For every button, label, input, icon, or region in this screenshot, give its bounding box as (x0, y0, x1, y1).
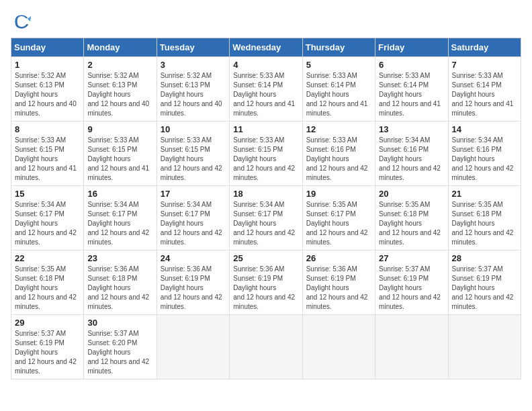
calendar-day-cell: 19 Sunrise: 5:35 AMSunset: 6:17 PMDaylig… (302, 186, 375, 250)
calendar-day-cell: 24 Sunrise: 5:36 AMSunset: 6:19 PMDaylig… (157, 250, 229, 315)
calendar-day-cell (302, 315, 375, 379)
day-number: 5 (306, 60, 371, 70)
calendar-day-cell: 2 Sunrise: 5:32 AMSunset: 6:13 PMDayligh… (84, 57, 157, 122)
calendar-day-cell: 1 Sunrise: 5:32 AMSunset: 6:13 PMDayligh… (11, 57, 84, 122)
day-info: Sunrise: 5:33 AMSunset: 6:14 PMDaylight … (379, 72, 441, 117)
calendar-day-cell: 26 Sunrise: 5:36 AMSunset: 6:19 PMDaylig… (302, 250, 375, 315)
day-info: Sunrise: 5:37 AMSunset: 6:19 PMDaylight … (15, 330, 77, 375)
day-info: Sunrise: 5:34 AMSunset: 6:16 PMDaylight … (452, 136, 514, 181)
day-number: 28 (452, 253, 517, 263)
calendar-day-cell: 9 Sunrise: 5:33 AMSunset: 6:15 PMDayligh… (84, 122, 157, 186)
day-info: Sunrise: 5:37 AMSunset: 6:19 PMDaylight … (379, 265, 441, 310)
day-info: Sunrise: 5:33 AMSunset: 6:15 PMDaylight … (87, 136, 149, 181)
weekday-header: Saturday (448, 38, 521, 57)
day-number: 30 (87, 318, 152, 328)
calendar-day-cell: 28 Sunrise: 5:37 AMSunset: 6:19 PMDaylig… (448, 250, 521, 315)
calendar-day-cell: 17 Sunrise: 5:34 AMSunset: 6:17 PMDaylig… (157, 186, 229, 250)
day-info: Sunrise: 5:35 AMSunset: 6:17 PMDaylight … (306, 201, 368, 246)
day-number: 29 (15, 318, 80, 328)
calendar-day-cell: 14 Sunrise: 5:34 AMSunset: 6:16 PMDaylig… (448, 122, 521, 186)
calendar-day-cell: 25 Sunrise: 5:36 AMSunset: 6:19 PMDaylig… (230, 250, 302, 315)
day-info: Sunrise: 5:35 AMSunset: 6:18 PMDaylight … (379, 201, 441, 246)
calendar-day-cell: 30 Sunrise: 5:37 AMSunset: 6:20 PMDaylig… (84, 315, 157, 379)
calendar-day-cell: 6 Sunrise: 5:33 AMSunset: 6:14 PMDayligh… (375, 57, 448, 122)
day-number: 20 (379, 189, 444, 199)
calendar-day-cell: 5 Sunrise: 5:33 AMSunset: 6:14 PMDayligh… (302, 57, 375, 122)
calendar-day-cell: 4 Sunrise: 5:33 AMSunset: 6:14 PMDayligh… (230, 57, 302, 122)
day-info: Sunrise: 5:37 AMSunset: 6:20 PMDaylight … (87, 330, 149, 375)
calendar-day-cell: 20 Sunrise: 5:35 AMSunset: 6:18 PMDaylig… (375, 186, 448, 250)
calendar-day-cell: 7 Sunrise: 5:33 AMSunset: 6:14 PMDayligh… (448, 57, 521, 122)
day-number: 3 (161, 60, 226, 70)
day-number: 1 (15, 60, 80, 70)
day-number: 23 (87, 253, 152, 263)
calendar-week-row: 29 Sunrise: 5:37 AMSunset: 6:19 PMDaylig… (11, 315, 521, 379)
day-info: Sunrise: 5:32 AMSunset: 6:13 PMDaylight … (15, 72, 77, 117)
calendar-day-cell: 22 Sunrise: 5:35 AMSunset: 6:18 PMDaylig… (11, 250, 84, 315)
calendar-day-cell: 10 Sunrise: 5:33 AMSunset: 6:15 PMDaylig… (157, 122, 229, 186)
day-number: 18 (233, 189, 298, 199)
day-info: Sunrise: 5:33 AMSunset: 6:16 PMDaylight … (306, 136, 368, 181)
calendar-day-cell: 29 Sunrise: 5:37 AMSunset: 6:19 PMDaylig… (11, 315, 84, 379)
day-info: Sunrise: 5:33 AMSunset: 6:15 PMDaylight … (233, 136, 295, 181)
day-info: Sunrise: 5:33 AMSunset: 6:15 PMDaylight … (161, 136, 222, 181)
calendar-day-cell (157, 315, 229, 379)
day-number: 15 (15, 189, 80, 199)
weekday-header: Wednesday (230, 38, 302, 57)
calendar-day-cell: 11 Sunrise: 5:33 AMSunset: 6:15 PMDaylig… (230, 122, 302, 186)
day-number: 17 (161, 189, 226, 199)
day-number: 26 (306, 253, 371, 263)
calendar-day-cell (448, 315, 521, 379)
day-info: Sunrise: 5:36 AMSunset: 6:18 PMDaylight … (87, 265, 149, 310)
day-number: 6 (379, 60, 444, 70)
calendar-day-cell: 15 Sunrise: 5:34 AMSunset: 6:17 PMDaylig… (11, 186, 84, 250)
day-number: 24 (161, 253, 226, 263)
day-number: 2 (87, 60, 152, 70)
day-number: 12 (306, 124, 371, 134)
day-info: Sunrise: 5:33 AMSunset: 6:14 PMDaylight … (452, 72, 514, 117)
calendar-day-cell (230, 315, 302, 379)
weekday-header: Monday (84, 38, 157, 57)
weekday-header: Sunday (11, 38, 84, 57)
day-info: Sunrise: 5:36 AMSunset: 6:19 PMDaylight … (161, 265, 222, 310)
calendar-day-cell: 16 Sunrise: 5:34 AMSunset: 6:17 PMDaylig… (84, 186, 157, 250)
day-number: 13 (379, 124, 444, 134)
day-info: Sunrise: 5:34 AMSunset: 6:17 PMDaylight … (233, 201, 295, 246)
day-info: Sunrise: 5:33 AMSunset: 6:14 PMDaylight … (233, 72, 295, 117)
day-info: Sunrise: 5:32 AMSunset: 6:13 PMDaylight … (161, 72, 222, 117)
day-number: 16 (87, 189, 152, 199)
calendar-week-row: 1 Sunrise: 5:32 AMSunset: 6:13 PMDayligh… (11, 57, 521, 122)
weekday-header-row: SundayMondayTuesdayWednesdayThursdayFrid… (11, 38, 521, 57)
day-number: 19 (306, 189, 371, 199)
calendar-week-row: 8 Sunrise: 5:33 AMSunset: 6:15 PMDayligh… (11, 122, 521, 186)
day-number: 22 (15, 253, 80, 263)
weekday-header: Tuesday (157, 38, 229, 57)
calendar-day-cell: 27 Sunrise: 5:37 AMSunset: 6:19 PMDaylig… (375, 250, 448, 315)
day-number: 11 (233, 124, 298, 134)
day-number: 14 (452, 124, 517, 134)
calendar-week-row: 22 Sunrise: 5:35 AMSunset: 6:18 PMDaylig… (11, 250, 521, 315)
calendar-day-cell: 12 Sunrise: 5:33 AMSunset: 6:16 PMDaylig… (302, 122, 375, 186)
day-number: 25 (233, 253, 298, 263)
day-info: Sunrise: 5:32 AMSunset: 6:13 PMDaylight … (87, 72, 149, 117)
logo-icon (11, 11, 32, 32)
day-number: 8 (15, 124, 80, 134)
day-info: Sunrise: 5:34 AMSunset: 6:16 PMDaylight … (379, 136, 441, 181)
calendar-day-cell: 18 Sunrise: 5:34 AMSunset: 6:17 PMDaylig… (230, 186, 302, 250)
weekday-header: Friday (375, 38, 448, 57)
day-info: Sunrise: 5:33 AMSunset: 6:14 PMDaylight … (306, 72, 368, 117)
day-info: Sunrise: 5:36 AMSunset: 6:19 PMDaylight … (233, 265, 295, 310)
day-number: 27 (379, 253, 444, 263)
day-info: Sunrise: 5:35 AMSunset: 6:18 PMDaylight … (15, 265, 77, 310)
day-number: 7 (452, 60, 517, 70)
day-info: Sunrise: 5:33 AMSunset: 6:15 PMDaylight … (15, 136, 77, 181)
day-info: Sunrise: 5:37 AMSunset: 6:19 PMDaylight … (452, 265, 514, 310)
day-info: Sunrise: 5:35 AMSunset: 6:18 PMDaylight … (452, 201, 514, 246)
calendar-day-cell: 21 Sunrise: 5:35 AMSunset: 6:18 PMDaylig… (448, 186, 521, 250)
logo (11, 11, 35, 32)
calendar-day-cell: 3 Sunrise: 5:32 AMSunset: 6:13 PMDayligh… (157, 57, 229, 122)
day-number: 21 (452, 189, 517, 199)
calendar-day-cell (375, 315, 448, 379)
day-number: 4 (233, 60, 298, 70)
day-info: Sunrise: 5:36 AMSunset: 6:19 PMDaylight … (306, 265, 368, 310)
